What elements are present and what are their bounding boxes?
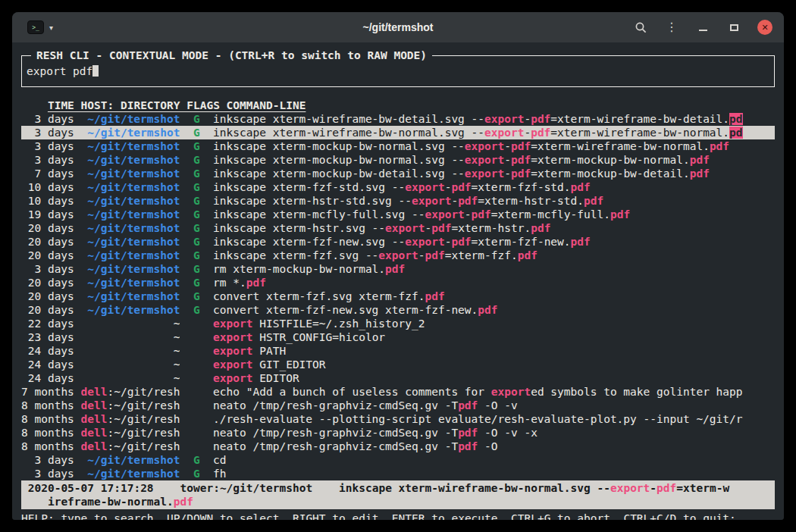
search-icon[interactable] xyxy=(633,20,648,35)
history-row-selected[interactable]: 3 days~/git/termshotGinkscape xterm-wire… xyxy=(21,126,775,139)
history-row[interactable]: 20 days~/git/termshotGconvert xterm-fzf-… xyxy=(21,303,775,317)
row-flags xyxy=(186,344,213,358)
cmd-segment: neato /tmp/resh-graphviz-cmdSeq.gv -T xyxy=(213,440,458,452)
history-row[interactable]: 24 days~export EDITOR xyxy=(21,371,775,385)
history-row[interactable]: 3 days~/git/termshotGinkscape xterm-mock… xyxy=(21,139,775,153)
row-time: 19 days xyxy=(21,208,74,221)
cmd-segment: export xyxy=(213,345,252,357)
row-command: export GIT_EDITOR xyxy=(213,358,775,371)
cmd-segment: -O xyxy=(478,440,497,452)
cmd-segment: =xterm-wireframe-bw-detail. xyxy=(550,113,729,125)
row-time: 3 days xyxy=(21,467,74,480)
row-time: 8 months xyxy=(21,412,74,426)
row-directory: :~/git/resh xyxy=(107,399,180,412)
row-host-directory: dell:~/git/resh xyxy=(81,385,180,399)
cmd-segment: inkscape xterm-fzf-new.svg -- xyxy=(213,236,405,248)
row-host-directory: ~/git/termshot xyxy=(81,194,180,208)
restore-button[interactable] xyxy=(726,20,741,35)
history-row[interactable]: 20 days~/git/termshotGinkscape xterm-hst… xyxy=(21,221,775,235)
row-command: fh xyxy=(213,467,775,480)
row-host-directory: ~/git/termshot xyxy=(81,249,180,262)
history-row[interactable]: 10 days~/git/termshotGinkscape xterm-fzf… xyxy=(21,180,775,194)
row-command: inkscape xterm-wireframe-bw-normal.svg -… xyxy=(213,126,775,139)
history-row[interactable]: 3 days~/git/termshotGcd xyxy=(21,453,775,467)
cmd-segment: pd xyxy=(729,113,742,125)
cmd-segment: neato /tmp/resh-graphviz-cmdSeq.gv -T xyxy=(213,399,458,412)
history-row[interactable]: 20 days~/git/termshotGconvert xterm-fzf.… xyxy=(21,289,775,303)
row-time: 20 days xyxy=(21,276,74,289)
cmd-segment: export xyxy=(484,113,524,125)
row-time: 22 days xyxy=(21,317,74,330)
cmd-segment: export xyxy=(465,140,504,152)
history-row[interactable]: 24 days~export PATH xyxy=(21,344,775,358)
cmd-segment: export xyxy=(491,386,531,398)
titlebar[interactable]: >_ ▾ ~/git/termshot ⋮ ✕ xyxy=(12,12,784,42)
row-directory: ~/git/termshot xyxy=(87,249,180,261)
chevron-down-icon[interactable]: ▾ xyxy=(49,23,53,32)
cmd-segment: export xyxy=(484,127,524,139)
history-row[interactable]: 3 days~/git/termshotGrm xterm-mockup-bw-… xyxy=(21,262,775,276)
history-row[interactable]: 3 days~/git/termshotGinkscape xterm-mock… xyxy=(21,153,775,167)
row-flags xyxy=(186,358,213,371)
history-row[interactable]: 8 monthsdell:~/git/reshneato /tmp/resh-g… xyxy=(21,426,775,440)
menu-kebab-icon[interactable]: ⋮ xyxy=(664,20,679,35)
history-row[interactable]: 20 days~/git/termshotGrm *.pdf xyxy=(21,276,775,289)
row-host-directory: dell:~/git/resh xyxy=(81,426,180,440)
history-row[interactable]: 10 days~/git/termshotGinkscape xterm-hst… xyxy=(21,194,775,208)
search-box[interactable]: RESH CLI - CONTEXTUAL MODE - (CTRL+R to … xyxy=(21,55,775,87)
row-host-directory: dell:~/git/resh xyxy=(81,412,180,426)
table-header: TIME HOST: DIRECTORY FLAGS COMMAND-LINE xyxy=(21,99,775,112)
history-row[interactable]: 7 days~/git/termshotGinkscape xterm-mock… xyxy=(21,167,775,180)
row-command: neato /tmp/resh-graphviz-cmdSeq.gv -Tpdf… xyxy=(213,440,775,453)
cmd-segment: pd xyxy=(729,127,742,139)
row-host-directory: ~ xyxy=(81,317,180,330)
cmd-segment: inkscape xterm-mcfly-full.svg -- xyxy=(213,208,425,221)
cmd-segment: =xterm-wireframe-bw-normal. xyxy=(531,140,710,152)
cmd-segment: inkscape xterm-mockup-bw-normal.svg -- xyxy=(213,140,465,152)
history-row[interactable]: 3 days~/git/termshotGinkscape xterm-wire… xyxy=(21,112,775,126)
row-host-directory: ~ xyxy=(81,344,180,358)
close-button[interactable]: ✕ xyxy=(757,20,772,35)
history-row[interactable]: 24 days~export GIT_EDITOR xyxy=(21,358,775,371)
history-row[interactable]: 8 monthsdell:~/git/reshneato /tmp/resh-g… xyxy=(21,440,775,453)
row-host-directory: ~/git/termshot xyxy=(81,112,180,126)
row-directory: ~/git/termshot xyxy=(87,167,180,180)
history-row[interactable]: 8 monthsdell:~/git/reshneato /tmp/resh-g… xyxy=(21,399,775,412)
row-directory: ~/git/termshot xyxy=(87,468,180,480)
history-row[interactable]: 19 days~/git/termshotGinkscape xterm-mcf… xyxy=(21,208,775,221)
row-command: inkscape xterm-fzf.svg --export-pdf=xter… xyxy=(213,249,775,262)
row-host-directory: dell:~/git/resh xyxy=(81,399,180,412)
history-row[interactable]: 20 days~/git/termshotGinkscape xterm-fzf… xyxy=(21,235,775,249)
cmd-segment: pdf xyxy=(531,222,550,234)
minimize-button[interactable] xyxy=(695,20,710,35)
row-flags: G xyxy=(186,467,213,480)
history-row[interactable]: 23 days~export HSTR_CONFIG=hicolor xyxy=(21,330,775,344)
history-row[interactable]: 8 monthsdell:~/git/resh./resh-evaluate -… xyxy=(21,412,775,426)
cmd-segment: HSTR_CONFIG=hicolor xyxy=(253,331,386,343)
history-row[interactable]: 3 days~/git/termshotGfh xyxy=(21,467,775,480)
history-row[interactable]: 22 days~export HISTFILE=~/.zsh_history_2 xyxy=(21,317,775,330)
row-host: dell xyxy=(81,427,108,439)
cmd-segment: pdf xyxy=(451,181,471,193)
row-command: inkscape xterm-mockup-bw-normal.svg --ex… xyxy=(213,139,775,153)
cmd-segment: export xyxy=(412,195,451,207)
history-row[interactable]: 20 days~/git/termshotGinkscape xterm-fzf… xyxy=(21,249,775,262)
row-host-directory: ~/git/termshot xyxy=(81,153,180,167)
row-flags xyxy=(186,440,213,453)
row-directory: :~/git/resh xyxy=(107,440,180,452)
help-line: HELP: type to search, UP/DOWN to select,… xyxy=(21,512,775,520)
tab-switcher[interactable]: >_ ▾ xyxy=(27,20,53,34)
cmd-segment: inkscape xterm-wireframe-bw-normal.svg -… xyxy=(213,127,484,139)
row-directory: ~ xyxy=(174,318,180,330)
row-command: neato /tmp/resh-graphviz-cmdSeq.gv -Tpdf… xyxy=(213,399,775,412)
row-time: 7 days xyxy=(21,167,74,180)
cmd-segment: export xyxy=(425,208,464,221)
row-host: dell xyxy=(81,399,108,412)
row-flags: G xyxy=(186,235,213,249)
table-header-pad xyxy=(21,99,48,111)
cmd-segment: pdf xyxy=(690,167,710,180)
history-row[interactable]: 7 monthsdell:~/git/reshecho "Add a bunch… xyxy=(21,385,775,399)
row-directory: ~/git/termshot xyxy=(87,208,180,221)
row-command: convert xterm-fzf.svg xterm-fzf.pdf xyxy=(213,289,775,303)
cmd-segment: =xterm-wireframe-bw-normal. xyxy=(550,127,729,139)
